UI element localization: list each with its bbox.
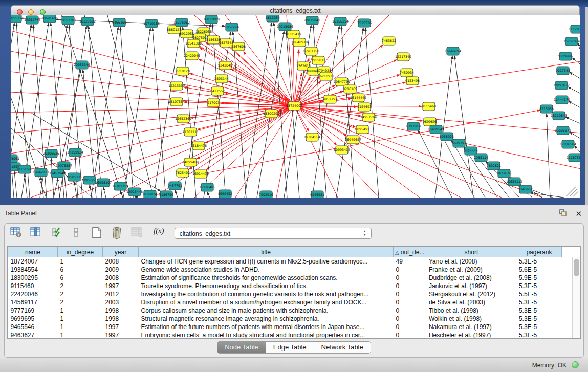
network-node[interactable]: 9245981 <box>310 191 324 198</box>
network-node[interactable]: 18107554 <box>168 98 185 106</box>
network-edge[interactable] <box>189 73 294 106</box>
network-node[interactable]: 10993414 <box>334 146 350 154</box>
network-node[interactable]: 16782759 <box>112 182 128 190</box>
network-edge[interactable] <box>84 15 130 198</box>
table-cell[interactable]: 2008 <box>103 257 139 266</box>
table-cell[interactable]: Stergiakouli et al. (2012) <box>426 290 516 298</box>
network-node[interactable]: 8186328 <box>206 36 221 44</box>
table-cell[interactable]: Tourette syndrome. Phenomenology and cla… <box>139 282 394 290</box>
table-cell[interactable]: 5.3E-5 <box>516 307 562 315</box>
network-edge[interactable] <box>198 106 294 130</box>
table-cell[interactable]: 2 <box>58 282 103 290</box>
network-node[interactable]: 8471676 <box>497 169 511 178</box>
network-edge[interactable] <box>569 101 580 107</box>
network-edge[interactable] <box>153 28 166 198</box>
tab-network-table[interactable]: Network Table <box>314 341 371 354</box>
table-row[interactable]: 2242004622012Investigating the contribut… <box>8 290 562 298</box>
table-cell[interactable]: 0 <box>394 290 426 298</box>
network-node[interactable]: 15276062 <box>173 18 190 27</box>
network-node[interactable]: 8215958 <box>539 105 554 113</box>
network-edge[interactable] <box>231 48 294 106</box>
network-node[interactable]: 18325419 <box>285 30 301 38</box>
table-cell[interactable]: Genome-wide association studies in ADHD. <box>139 266 394 274</box>
network-node[interactable]: 2718120 <box>176 67 190 75</box>
network-edge[interactable] <box>120 27 134 198</box>
network-node[interactable]: 16210643 <box>551 112 567 120</box>
network-node[interactable]: 14957764 <box>360 113 377 121</box>
network-node[interactable]: 16210922 <box>318 72 334 80</box>
network-node[interactable]: 8427552 <box>210 87 225 95</box>
tab-node-table[interactable]: Node Table <box>217 341 266 354</box>
network-node[interactable]: 16949657 <box>345 136 361 144</box>
network-node[interactable]: 6679197 <box>452 139 466 147</box>
network-node[interactable]: 16033809 <box>203 15 220 24</box>
network-node[interactable]: 8912955 <box>180 30 194 38</box>
network-node[interactable]: 14099489 <box>182 158 199 166</box>
network-node[interactable]: 917003 <box>207 99 220 107</box>
table-cell[interactable]: 9115460 <box>8 282 58 290</box>
column-button[interactable] <box>70 227 82 240</box>
table-cell[interactable]: 2008 <box>103 274 139 282</box>
table-cell[interactable]: 0 <box>394 274 426 282</box>
table-cell[interactable]: 2 <box>58 298 103 307</box>
network-node[interactable]: 15184478 <box>190 142 207 150</box>
table-cell[interactable]: 9699695 <box>8 315 58 323</box>
table-cell[interactable]: Estimation of the future numbers of pati… <box>139 323 394 331</box>
column-header-pagerank[interactable]: pagerank <box>516 247 562 257</box>
network-node[interactable]: 8990452 <box>218 190 232 198</box>
table-cell[interactable]: Investigating the contribution of common… <box>139 290 394 298</box>
network-node[interactable]: 2867608 <box>231 42 246 51</box>
network-edge[interactable] <box>578 43 580 49</box>
import-table-button[interactable] <box>131 227 143 240</box>
table-cell[interactable]: 1 <box>58 315 103 323</box>
table-cell[interactable]: 22420046 <box>8 290 58 298</box>
network-node[interactable]: 9186756 <box>159 191 173 198</box>
network-edge[interactable] <box>11 92 294 106</box>
table-row[interactable]: 969969511998Structural magnetic resonanc… <box>8 315 562 323</box>
network-edge[interactable] <box>547 114 550 198</box>
network-node[interactable]: 17016504 <box>560 140 576 148</box>
tab-edge-table[interactable]: Edge Table <box>266 341 314 354</box>
network-edge[interactable] <box>568 87 580 93</box>
table-cell[interactable]: 18300295 <box>8 274 58 282</box>
network-edge[interactable] <box>57 178 60 198</box>
network-node[interactable]: 16156254 <box>332 17 349 26</box>
table-cell[interactable]: 0 <box>394 282 426 290</box>
network-node[interactable]: 7632621 <box>487 162 501 170</box>
table-cell[interactable]: Changes of HCN gene expression and I(f) … <box>139 257 394 266</box>
network-node[interactable]: 9160124 <box>143 190 157 198</box>
network-node[interactable]: 12217349 <box>395 53 411 61</box>
network-node[interactable]: 14051744 <box>24 16 40 24</box>
close-panel-icon[interactable]: ✕ <box>575 210 582 217</box>
network-node[interactable]: 10654112 <box>506 178 522 186</box>
network-node[interactable]: 9115460 <box>422 102 436 111</box>
table-cell[interactable]: Franke et al. (2009) <box>426 266 516 274</box>
table-cell[interactable]: 0 <box>394 315 426 323</box>
delete-column-button[interactable] <box>111 227 123 240</box>
network-node[interactable]: 9457791 <box>168 182 182 190</box>
table-cell[interactable]: 1997 <box>103 331 139 339</box>
table-cell[interactable]: 1997 <box>103 323 139 331</box>
table-cell[interactable]: 14569117 <box>8 298 58 307</box>
network-edge[interactable] <box>11 72 294 106</box>
scrollbar-thumb[interactable] <box>574 259 579 276</box>
network-edge[interactable] <box>530 193 564 198</box>
network-node[interactable]: 9154693 <box>357 103 372 111</box>
table-cell[interactable]: 0 <box>394 331 426 339</box>
table-cell[interactable]: 2 <box>58 290 103 298</box>
network-node[interactable]: 7857224 <box>225 23 239 31</box>
network-canvas[interactable]: 1872400788601238912955182260589827502105… <box>11 15 580 198</box>
column-header-short[interactable]: short <box>426 247 516 257</box>
network-edge[interactable] <box>14 171 17 198</box>
table-row[interactable]: 1830029562008Estimation of significance … <box>8 274 562 282</box>
table-cell[interactable]: 1 <box>58 307 103 315</box>
network-edge[interactable] <box>205 106 294 143</box>
table-cell[interactable]: 5.3E-5 <box>516 315 562 323</box>
table-cell[interactable]: 49 <box>394 257 426 266</box>
column-header-name[interactable]: name <box>8 247 58 257</box>
network-edge[interactable] <box>11 23 14 198</box>
network-node[interactable]: 11128334 <box>569 25 580 33</box>
table-cell[interactable]: 5.3E-5 <box>516 298 562 307</box>
network-edge[interactable] <box>207 192 210 198</box>
network-node[interactable]: 8958923 <box>440 133 454 141</box>
